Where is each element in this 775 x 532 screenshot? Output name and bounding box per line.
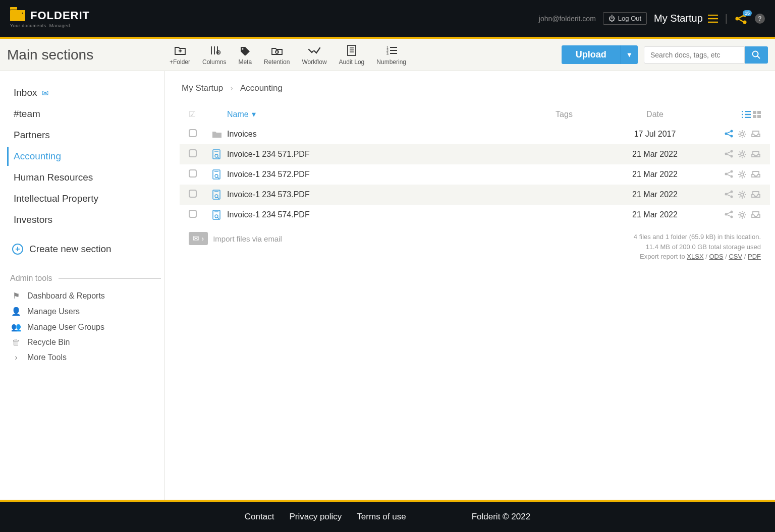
- upload-dropdown[interactable]: ▼: [621, 45, 638, 64]
- table-row[interactable]: Invoice-1 234 572.PDF21 Mar 2022: [180, 164, 770, 185]
- tool-meta[interactable]: Meta: [233, 44, 257, 66]
- settings-action[interactable]: [738, 170, 747, 179]
- share-notifications[interactable]: 15: [735, 13, 748, 24]
- search-button[interactable]: [745, 46, 768, 64]
- tool-auditlog[interactable]: Audit Log: [334, 44, 370, 66]
- file-icon: [212, 210, 227, 220]
- file-icon: [212, 149, 227, 159]
- footer-link-termsofuse[interactable]: Terms of use: [357, 512, 406, 521]
- footer-link-contact[interactable]: Contact: [245, 512, 274, 521]
- tool-columns[interactable]: Columns: [197, 44, 231, 66]
- tray-action[interactable]: [751, 210, 761, 219]
- tool-icon: [271, 44, 283, 56]
- export-csv[interactable]: CSV: [729, 253, 742, 260]
- tray-action[interactable]: [751, 150, 761, 159]
- sidebar-item-intellectualproperty[interactable]: Intellectual Property: [7, 189, 164, 208]
- table-row[interactable]: Invoice-1 234 573.PDF21 Mar 2022: [180, 185, 770, 205]
- admin-item-moretools[interactable]: ›More Tools: [7, 350, 164, 365]
- footer-link-privacypolicy[interactable]: Privacy policy: [289, 512, 342, 521]
- column-date[interactable]: Date: [604, 110, 705, 119]
- sidebar-item-partners[interactable]: Partners: [7, 126, 164, 145]
- tool-numbering[interactable]: 123Numbering: [371, 44, 411, 66]
- admin-icon: ›: [11, 353, 21, 362]
- menu-icon: [708, 15, 718, 23]
- sidebar-item-accounting[interactable]: Accounting: [7, 147, 164, 166]
- toolbar: Main sections +FolderColumnsMetaRetentio…: [0, 39, 775, 71]
- tray-action[interactable]: [751, 170, 761, 179]
- sidebar-item-humanresources[interactable]: Human Resources: [7, 168, 164, 187]
- admin-item-recyclebin[interactable]: 🗑Recycle Bin: [7, 335, 164, 350]
- create-section-button[interactable]: + Create new section: [7, 234, 164, 264]
- admin-icon: 👥: [11, 322, 21, 332]
- upload-button[interactable]: Upload: [562, 45, 621, 64]
- row-checkbox[interactable]: [189, 190, 197, 198]
- row-checkbox[interactable]: [189, 210, 197, 218]
- column-tags[interactable]: Tags: [524, 110, 604, 119]
- table-row[interactable]: Invoice-1 234 571.PDF21 Mar 2022: [180, 144, 770, 164]
- caret-down-icon: ▾: [252, 109, 256, 119]
- admin-tools-header: Admin tools: [7, 264, 164, 288]
- export-ods[interactable]: ODS: [709, 253, 723, 260]
- export-pdf[interactable]: PDF: [748, 253, 761, 260]
- tool-folder[interactable]: +Folder: [164, 44, 195, 66]
- breadcrumb-current[interactable]: Accounting: [240, 83, 283, 93]
- share-action[interactable]: [725, 130, 734, 139]
- row-name: Invoice-1 234 571.PDF: [227, 150, 524, 159]
- import-via-email[interactable]: ✉ › Import files via email: [189, 232, 282, 245]
- tool-workflow[interactable]: Workflow: [297, 44, 331, 66]
- svg-text:3: 3: [386, 52, 389, 55]
- admin-icon: 🗑: [11, 338, 21, 347]
- breadcrumb: My Startup › Accounting: [180, 83, 770, 93]
- mail-icon: ✉ ›: [189, 232, 208, 245]
- row-date: 21 Mar 2022: [604, 150, 705, 159]
- location-summary: 4 files and 1 folder (65.9 kB) in this l…: [634, 232, 761, 262]
- share-action[interactable]: [725, 210, 734, 219]
- sort-by-name[interactable]: Name ▾: [227, 109, 524, 119]
- admin-item-dashboardreports[interactable]: ⚑Dashboard & Reports: [7, 288, 164, 304]
- svg-point-18: [741, 133, 744, 136]
- svg-point-4: [242, 48, 243, 49]
- breadcrumb-root[interactable]: My Startup: [182, 83, 223, 93]
- search-icon: [752, 50, 761, 60]
- tool-retention[interactable]: Retention: [259, 44, 295, 66]
- search-input[interactable]: [644, 46, 745, 64]
- share-count: 15: [743, 10, 752, 16]
- svg-rect-6: [348, 45, 356, 55]
- admin-icon: 👤: [11, 307, 21, 316]
- tray-action[interactable]: [751, 130, 761, 139]
- export-xlsx[interactable]: XLSX: [687, 253, 703, 260]
- row-date: 21 Mar 2022: [604, 210, 705, 219]
- table-row[interactable]: Invoices17 Jul 2017: [180, 124, 770, 144]
- settings-action[interactable]: [738, 210, 747, 219]
- row-checkbox[interactable]: [189, 169, 197, 178]
- settings-action[interactable]: [738, 130, 747, 139]
- sidebar-item-team[interactable]: #team: [7, 104, 164, 124]
- tool-icon: [239, 44, 251, 56]
- help-button[interactable]: ?: [755, 14, 765, 24]
- sidebar-item-inbox[interactable]: Inbox✉: [7, 83, 164, 102]
- settings-action[interactable]: [738, 150, 747, 159]
- table-row[interactable]: Invoice-1 234 574.PDF21 Mar 2022: [180, 205, 770, 225]
- logo[interactable]: FOLDERIT Your documents. Managed.: [10, 9, 90, 28]
- tray-action[interactable]: [751, 190, 761, 199]
- svg-rect-11: [753, 111, 756, 114]
- settings-action[interactable]: [738, 190, 747, 199]
- row-date: 21 Mar 2022: [604, 190, 705, 199]
- share-action[interactable]: [725, 170, 734, 179]
- svg-point-30: [741, 173, 744, 176]
- share-action[interactable]: [725, 150, 734, 159]
- select-all-checkbox[interactable]: ☑: [189, 110, 196, 119]
- user-email: john@folderit.com: [539, 15, 596, 23]
- plus-icon: +: [12, 244, 23, 255]
- share-action[interactable]: [725, 190, 734, 199]
- row-checkbox[interactable]: [189, 149, 197, 157]
- logout-button[interactable]: ⏻ Log Out: [603, 12, 647, 25]
- sidebar-item-investors[interactable]: Investors: [7, 210, 164, 229]
- row-checkbox[interactable]: [189, 129, 197, 137]
- account-switcher[interactable]: My Startup: [654, 13, 718, 24]
- admin-item-manageusergroups[interactable]: 👥Manage User Groups: [7, 319, 164, 335]
- grid-view-toggle[interactable]: [753, 111, 761, 118]
- list-view-toggle[interactable]: [742, 111, 751, 118]
- svg-point-0: [736, 17, 739, 20]
- admin-item-manageusers[interactable]: 👤Manage Users: [7, 304, 164, 319]
